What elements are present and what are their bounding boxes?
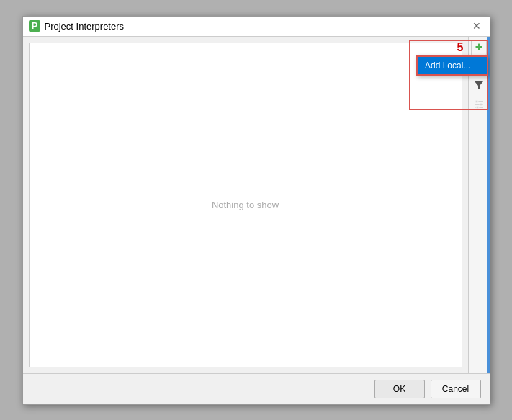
svg-marker-3 [475,81,483,89]
window-title: Project Interpreters [45,21,125,32]
content-area: Nothing to show 5 + Add Local... [23,37,490,373]
add-local-item[interactable]: Add Local... [418,57,487,74]
step-label: 5 [457,41,464,54]
footer: OK Cancel [23,373,490,404]
svg-text:P: P [31,21,37,31]
title-bar: P Project Interpreters ✕ [23,17,490,37]
plus-icon: + [475,40,483,55]
interpreter-list: Nothing to show [29,43,462,367]
svg-point-8 [480,103,482,106]
add-interpreter-button[interactable]: + [471,40,487,55]
configure-button[interactable] [471,96,487,112]
blue-accent-line [487,37,490,373]
svg-point-7 [475,100,478,103]
app-icon: P [29,20,40,32]
add-dropdown-menu: Add Local... [416,55,488,76]
cancel-button[interactable]: Cancel [431,380,481,398]
filter-icon [474,80,484,90]
configure-icon [474,99,484,109]
empty-message: Nothing to show [212,200,279,210]
sidebar: 5 + Add Local... [468,37,490,373]
project-interpreters-window: P Project Interpreters ✕ Nothing to show… [22,16,490,405]
close-button[interactable]: ✕ [470,19,484,33]
main-panel: Nothing to show [23,37,468,373]
ok-button[interactable]: OK [374,380,425,398]
add-dropdown-wrapper: + Add Local... [471,40,487,55]
title-bar-left: P Project Interpreters [29,20,125,32]
filter-button[interactable] [471,77,487,93]
svg-point-9 [476,106,479,109]
